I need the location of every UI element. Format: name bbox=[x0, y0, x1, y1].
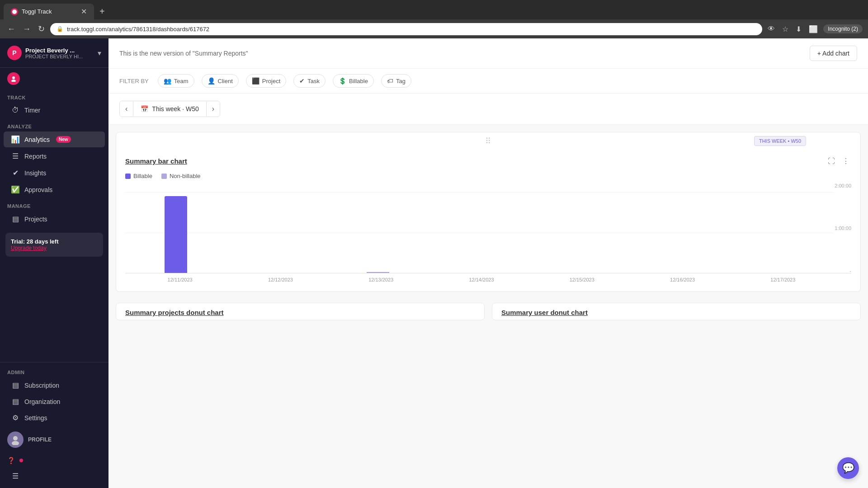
trial-title: Trial: 28 days left bbox=[11, 238, 98, 245]
sidebar-item-organization[interactable]: ▤ Organization bbox=[4, 394, 105, 409]
back-button[interactable]: ← bbox=[5, 23, 17, 36]
task-icon: ✔ bbox=[299, 77, 305, 84]
svg-point-2 bbox=[11, 80, 16, 82]
project-icon: ⬛ bbox=[252, 77, 259, 84]
x-label-1216: 12/16/2023 bbox=[632, 277, 732, 282]
forward-button[interactable]: → bbox=[21, 23, 33, 36]
projects-icon: ▤ bbox=[11, 215, 20, 223]
users-donut-header: Summary user donut chart bbox=[492, 303, 860, 320]
projects-donut-title[interactable]: Summary projects donut chart bbox=[125, 309, 224, 316]
svg-point-1 bbox=[12, 76, 15, 79]
browser-chrome: Toggl Track ✕ + ← → ↻ 🔒 track.toggl.com/… bbox=[0, 0, 868, 38]
projects-label: Projects bbox=[24, 216, 47, 223]
timer-icon: ⏱ bbox=[11, 106, 20, 114]
insights-label: Insights bbox=[24, 169, 46, 177]
sidebar-item-reports[interactable]: ☰ Reports bbox=[4, 148, 105, 164]
profile-small-icon[interactable] bbox=[7, 72, 20, 85]
sidebar-item-subscription[interactable]: ▤ Subscription bbox=[4, 377, 105, 393]
x-label-1217: 12/17/2023 bbox=[733, 277, 833, 282]
analyze-section: ANALYZE bbox=[0, 118, 108, 131]
insights-icon: ✔ bbox=[11, 169, 20, 177]
bar-1213-group bbox=[327, 183, 429, 273]
date-range-label: This week · W50 bbox=[152, 105, 198, 113]
workspace-name: Project Beverly ... bbox=[25, 47, 83, 54]
profile-section[interactable]: PROFILE bbox=[0, 426, 108, 453]
legend-non-billable-label: Non-billable bbox=[170, 173, 201, 179]
avatar bbox=[7, 432, 24, 448]
workspace-sub: PROJECT BEVERLY HI... bbox=[25, 54, 83, 59]
profile-label: PROFILE bbox=[28, 436, 52, 443]
filter-project-button[interactable]: ⬛ Project bbox=[246, 74, 286, 88]
task-label: Task bbox=[307, 78, 320, 84]
workspace-icon: P bbox=[7, 46, 22, 60]
bottom-charts-row: Summary projects donut chart Summary use… bbox=[112, 299, 864, 324]
approvals-icon: ✅ bbox=[11, 185, 20, 194]
drag-handle[interactable]: ⠿ bbox=[116, 132, 860, 150]
address-bar[interactable]: 🔒 track.toggl.com/analytics/7861318/dash… bbox=[50, 23, 762, 35]
reports-label: Reports bbox=[24, 153, 47, 160]
close-tab-button[interactable]: ✕ bbox=[81, 7, 87, 16]
analytics-label: Analytics bbox=[24, 136, 50, 143]
chevron-down-icon: ▾ bbox=[98, 49, 101, 57]
new-tab-button[interactable]: + bbox=[96, 5, 108, 19]
analytics-icon: 📊 bbox=[11, 135, 20, 144]
sidebar-item-approvals[interactable]: ✅ Approvals bbox=[4, 182, 105, 197]
eye-off-icon[interactable]: 👁 bbox=[766, 23, 777, 35]
filter-tag-button[interactable]: 🏷 Tag bbox=[381, 74, 411, 88]
x-label-1212: 12/12/2023 bbox=[230, 277, 330, 282]
settings-label: Settings bbox=[24, 414, 47, 422]
bar-chart-title[interactable]: Summary bar chart bbox=[125, 157, 187, 165]
date-range-section: ‹ 📅 This week · W50 › bbox=[108, 94, 868, 125]
sidebar-header: P Project Beverly ... PROJECT BEVERLY HI… bbox=[0, 38, 108, 68]
calendar-icon: 📅 bbox=[141, 105, 148, 113]
chat-button[interactable]: 💬 bbox=[837, 457, 859, 479]
sidebar-item-settings[interactable]: ⚙ Settings bbox=[4, 410, 105, 426]
sidebar-item-insights[interactable]: ✔ Insights bbox=[4, 165, 105, 181]
legend-billable: Billable bbox=[125, 173, 152, 179]
manage-section: MANAGE bbox=[0, 198, 108, 211]
filter-team-button[interactable]: 👥 Team bbox=[158, 74, 194, 88]
timer-label: Timer bbox=[24, 107, 40, 114]
browser-toolbar: ← → ↻ 🔒 track.toggl.com/analytics/786131… bbox=[0, 19, 868, 38]
tab-favicon bbox=[11, 8, 18, 15]
add-chart-button[interactable]: + Add chart bbox=[810, 46, 857, 61]
x-label-1214: 12/14/2023 bbox=[431, 277, 532, 282]
sidebar-collapse-btn[interactable]: ☰ bbox=[4, 468, 105, 484]
team-icon: 👥 bbox=[164, 77, 171, 84]
x-label-1213: 12/13/2023 bbox=[331, 277, 431, 282]
help-button[interactable]: ❓ bbox=[0, 453, 108, 468]
legend-billable-label: Billable bbox=[133, 173, 152, 179]
current-date-marker bbox=[367, 272, 389, 273]
incognito-badge: Incognito (2) bbox=[823, 24, 863, 33]
bar-chart bbox=[125, 183, 851, 273]
notification-dot bbox=[19, 459, 23, 462]
reload-button[interactable]: ↻ bbox=[36, 22, 47, 36]
date-display[interactable]: 📅 This week · W50 bbox=[133, 102, 206, 116]
expand-chart-button[interactable]: ⛶ bbox=[826, 155, 837, 167]
billable-color-dot bbox=[125, 174, 131, 179]
prev-week-button[interactable]: ‹ bbox=[120, 101, 133, 117]
download-icon[interactable]: ⬇ bbox=[794, 23, 803, 35]
bookmark-icon[interactable]: ☆ bbox=[780, 23, 790, 35]
x-label-1215: 12/15/2023 bbox=[532, 277, 632, 282]
non-billable-color-dot bbox=[161, 174, 167, 179]
browser-tabs: Toggl Track ✕ + bbox=[0, 0, 868, 19]
active-tab[interactable]: Toggl Track ✕ bbox=[4, 4, 94, 19]
users-donut-title[interactable]: Summary user donut chart bbox=[501, 309, 588, 316]
filter-task-button[interactable]: ✔ Task bbox=[293, 74, 326, 88]
sidebar-item-projects[interactable]: ▤ Projects bbox=[4, 211, 105, 227]
next-week-button[interactable]: › bbox=[207, 101, 220, 117]
filter-billable-button[interactable]: 💲 Billable bbox=[333, 74, 374, 88]
sidebar-bottom: ADMIN ▤ Subscription ▤ Organization ⚙ Se… bbox=[0, 362, 108, 488]
workspace-selector[interactable]: P Project Beverly ... PROJECT BEVERLY HI… bbox=[7, 46, 101, 60]
admin-label: ADMIN bbox=[0, 366, 108, 377]
sidebar-item-timer[interactable]: ⏱ Timer bbox=[4, 103, 105, 118]
subscription-label: Subscription bbox=[24, 382, 59, 389]
chart-menu-button[interactable]: ⋮ bbox=[840, 155, 851, 167]
bar-chart-widget: ⠿ Summary bar chart THIS WEEK • W50 ⛶ ⋮ … bbox=[116, 132, 861, 292]
extension-icon[interactable]: ⬜ bbox=[807, 23, 820, 35]
filter-client-button[interactable]: 👤 Client bbox=[202, 74, 239, 88]
upgrade-link[interactable]: Upgrade today bbox=[11, 245, 98, 251]
sidebar-item-analytics[interactable]: 📊 Analytics New bbox=[4, 131, 105, 147]
organization-icon: ▤ bbox=[11, 397, 20, 406]
